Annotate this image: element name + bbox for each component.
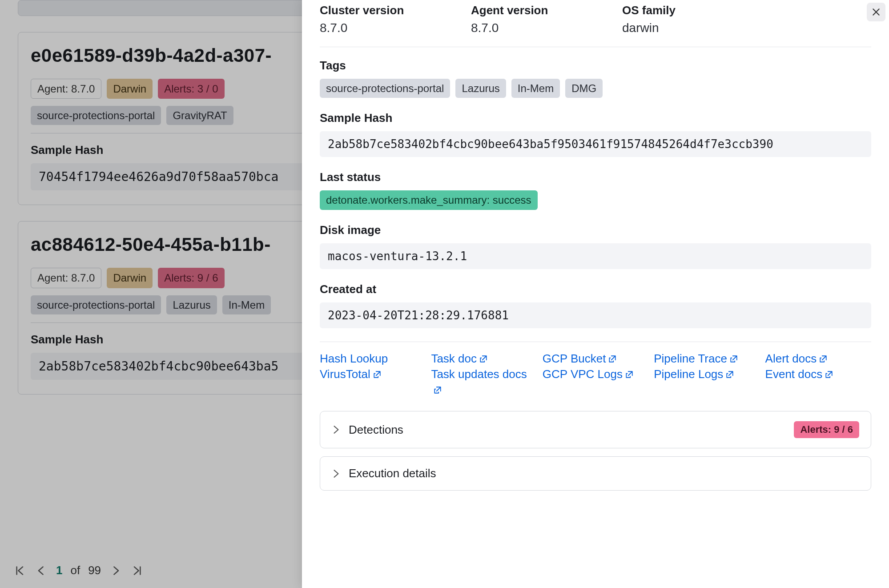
alerts-badge: Alerts: 3 / 0: [158, 79, 224, 99]
tag-badge: In-Mem: [222, 295, 271, 314]
page-next-button[interactable]: [109, 564, 122, 577]
external-link-icon: [726, 371, 734, 379]
tag-badge: source-protections-portal: [31, 106, 161, 125]
task-updates-docs-link[interactable]: Task updates docs: [431, 367, 527, 396]
external-link-icon: [730, 355, 738, 363]
os-family-value: darwin: [622, 21, 738, 35]
detections-accordion[interactable]: Detections Alerts: 9 / 6: [320, 411, 871, 448]
created-at-label: Created at: [320, 282, 871, 296]
pagination: 1 of 99: [13, 564, 144, 577]
tag-list: source-protections-portal Lazurus In-Mem…: [320, 79, 871, 98]
page-current: 1: [56, 564, 62, 577]
summary-row: Cluster version 8.7.0 Agent version 8.7.…: [320, 0, 871, 35]
os-badge: Darwin: [107, 268, 153, 288]
page-last-button[interactable]: [130, 564, 144, 577]
tags-label: Tags: [320, 59, 871, 72]
divider: [320, 47, 871, 47]
page-first-button[interactable]: [13, 564, 27, 577]
tag-badge: GravityRAT: [166, 106, 233, 125]
agent-badge: Agent: 8.7.0: [31, 79, 101, 99]
gcp-bucket-link[interactable]: GCP Bucket: [543, 352, 617, 365]
tag-badge: source-protections-portal: [320, 79, 450, 98]
os-badge: Darwin: [107, 79, 153, 99]
agent-version-label: Agent version: [471, 4, 587, 17]
chevron-right-icon: [111, 566, 121, 576]
page-total: 99: [88, 564, 101, 577]
page-prev-button[interactable]: [35, 564, 48, 577]
external-link-icon: [625, 371, 633, 379]
page-of: of: [70, 564, 80, 577]
sample-hash-label: Sample Hash: [320, 111, 871, 125]
tag-badge: In-Mem: [511, 79, 560, 98]
external-link-icon: [819, 355, 827, 363]
pipeline-trace-link[interactable]: Pipeline Trace: [654, 352, 738, 365]
tag-badge: Lazurus: [455, 79, 506, 98]
first-page-icon: [15, 566, 25, 576]
event-docs-link[interactable]: Event docs: [765, 367, 833, 381]
hash-lookup-link[interactable]: Hash Lookup: [320, 352, 388, 365]
detections-label: Detections: [349, 423, 403, 437]
external-link-icon: [434, 386, 442, 394]
execution-details-accordion[interactable]: Execution details: [320, 456, 871, 491]
external-link-icon: [825, 371, 833, 379]
status-badge: detonate.workers.make_summary: success: [320, 190, 538, 210]
divider: [320, 342, 871, 342]
tag-badge: Lazurus: [166, 295, 217, 314]
os-family-label: OS family: [622, 4, 738, 17]
virustotal-link[interactable]: VirusTotal: [320, 367, 381, 381]
task-doc-link[interactable]: Task doc: [431, 352, 487, 365]
external-link-icon: [373, 371, 381, 379]
disk-image-label: Disk image: [320, 223, 871, 237]
tag-badge: DMG: [565, 79, 603, 98]
last-status-label: Last status: [320, 170, 871, 184]
alert-docs-link[interactable]: Alert docs: [765, 352, 828, 365]
external-link-icon: [479, 355, 487, 363]
links-grid: Hash Lookup VirusTotal Task doc Task upd…: [320, 351, 871, 398]
agent-badge: Agent: 8.7.0: [31, 268, 101, 288]
sample-hash-value: 2ab58b7ce583402bf4cbc90bee643ba5f9503461…: [320, 131, 871, 157]
cluster-version-label: Cluster version: [320, 4, 435, 17]
alerts-badge: Alerts: 9 / 6: [794, 421, 859, 438]
execution-details-label: Execution details: [349, 467, 436, 480]
disk-image-value: macos-ventura-13.2.1: [320, 243, 871, 269]
cluster-version-value: 8.7.0: [320, 21, 435, 35]
gcp-vpc-logs-link[interactable]: GCP VPC Logs: [543, 367, 633, 381]
alerts-badge: Alerts: 9 / 6: [158, 268, 224, 288]
close-button[interactable]: [867, 3, 885, 21]
chevron-left-icon: [36, 566, 46, 576]
chevron-right-icon: [332, 469, 341, 478]
chevron-right-icon: [332, 425, 341, 434]
tag-badge: source-protections-portal: [31, 295, 161, 314]
close-icon: [872, 8, 881, 16]
external-link-icon: [608, 355, 616, 363]
created-at-value: 2023-04-20T21:28:29.176881: [320, 302, 871, 328]
detail-flyout: Cluster version 8.7.0 Agent version 8.7.…: [302, 0, 889, 588]
last-page-icon: [132, 566, 142, 576]
agent-version-value: 8.7.0: [471, 21, 587, 35]
pipeline-logs-link[interactable]: Pipeline Logs: [654, 367, 734, 381]
